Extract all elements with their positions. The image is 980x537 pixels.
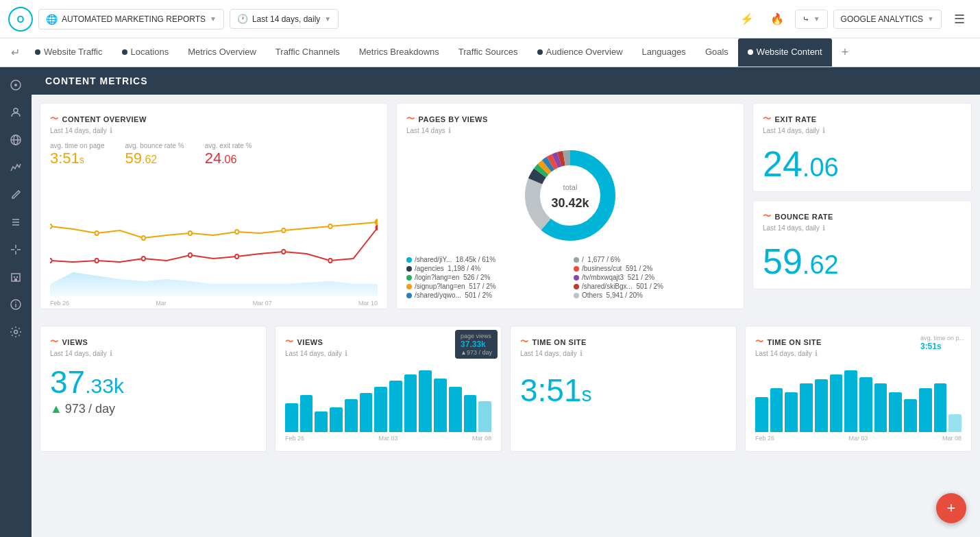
legend-item: /login?lang=en 526 / 2% [406,274,567,281]
ga-selector[interactable]: GOOGLE ANALYTICS ▼ [833,10,942,29]
fire-button[interactable]: 🔥 [765,7,789,32]
tab-metrics-overview[interactable]: Metrics Overview [178,38,266,67]
trend-icon: 〜 [285,336,294,348]
bar-item [770,388,783,432]
bar-item [285,403,298,432]
tab-label: Languages [642,47,686,57]
bar-item [330,407,343,432]
right-column: 〜 EXIT RATE Last 14 days, daily ℹ 24.06 … [752,103,972,309]
legend-dot [574,275,579,281]
svg-point-21 [235,230,238,234]
trend-icon: 〜 [763,113,772,125]
sidebar-icon-info[interactable] [3,292,28,317]
tab-audience-overview[interactable]: Audience Overview [528,38,633,67]
time-left-subtitle: Last 14 days, daily ℹ [520,349,726,358]
chevron-down-icon: ▼ [324,15,331,23]
content-overview-subtitle: Last 14 days, daily ℹ [50,126,378,135]
fab-button[interactable]: + [936,493,966,523]
bounce-rate-subtitle: Last 14 days, daily ℹ [763,224,961,232]
add-tab-button[interactable]: + [835,45,856,60]
svg-point-25 [50,259,52,263]
tooltip-label: page views [461,333,492,339]
bar-item [859,377,872,432]
menu-button[interactable]: ☰ [947,7,972,32]
topbar-actions: ⚡ 🔥 ⤷ ▼ GOOGLE ANALYTICS ▼ ☰ [735,7,972,32]
tab-label: Website Traffic [44,47,103,57]
legend-dot [574,284,579,289]
bar-item [934,383,947,432]
content-overview-chart: Feb 26 Mar Mar 07 Mar 10 [50,173,378,296]
svg-point-28 [188,253,192,257]
sidebar-icon-building[interactable] [3,265,28,289]
tab-label: Traffic Channels [275,47,340,57]
chart-dates: Feb 26 Mar Mar 07 Mar 10 [50,300,378,307]
svg-point-17 [50,224,52,228]
avg-time-value: 3:51s [50,150,105,167]
sidebar-icon-globe[interactable] [3,128,28,152]
tab-languages[interactable]: Languages [633,38,696,67]
legend-item: / 1,677 / 6% [574,256,734,263]
trend-icon: 〜 [520,336,529,348]
tab-goals[interactable]: Goals [696,38,738,67]
lightning-button[interactable]: ⚡ [735,7,759,32]
sidebar-icon-dashboard[interactable] [3,73,28,97]
tab-label: Metrics Breakdowns [359,47,439,57]
svg-point-31 [328,259,332,263]
bar-item [315,411,328,432]
tab-dot [35,49,40,55]
tab-traffic-sources[interactable]: Traffic Sources [449,38,528,67]
tab-website-traffic[interactable]: Website Traffic [25,38,112,67]
legend-dot [406,275,412,281]
legend-dot [574,293,579,298]
tab-traffic-channels[interactable]: Traffic Channels [266,38,350,67]
views-chart-dates: Feb 26 Mar 03 Mar 08 [285,435,491,442]
avg-time-label: avg. time on page [50,142,105,150]
content-overview-title: 〜 CONTENT OVERVIEW [50,113,378,125]
bar-item [449,387,462,432]
report-selector[interactable]: 🌐 AUTOMATED MARKETING REPORTS ▼ [38,9,224,29]
date-range-label: Last 14 days, daily [252,14,320,24]
tab-label: Goals [705,47,728,57]
sidebar-icon-list[interactable] [3,210,28,235]
time-left-value: 3:51s [520,372,726,409]
views-right-card: 〜 VIEWS Last 14 days, daily ℹ page views… [275,326,502,452]
bar-item [904,399,917,432]
time-bar-chart [755,363,961,432]
tab-metrics-breakdowns[interactable]: Metrics Breakdowns [350,38,449,67]
sidebar-icon-users[interactable] [3,100,28,125]
svg-point-19 [142,236,145,240]
time-right-avg-label: avg. time on p... 3:51s [920,335,964,351]
sidebar-icon-pen[interactable] [3,182,28,207]
back-nav[interactable]: ↵ [5,46,25,59]
exit-rate-card: 〜 EXIT RATE Last 14 days, daily ℹ 24.06 [752,103,972,192]
legend-dot [406,293,412,298]
tab-locations[interactable]: Locations [112,38,179,67]
views-bar-chart [285,363,491,432]
svg-point-23 [328,224,332,228]
bar-item [464,395,477,432]
nav-tabs: ↵ Website Traffic Locations Metrics Over… [0,38,980,67]
info-icon: ℹ [448,126,451,135]
trend-icon: 〜 [50,336,59,348]
tab-label: Metrics Overview [188,47,256,57]
pages-by-views-title: 〜 PAGES BY VIEWS [406,113,734,125]
bar-item [874,383,887,432]
avg-exit-value: 24.06 [205,150,252,167]
trend-icon: 〜 [50,113,59,125]
ga-label: GOOGLE ANALYTICS [841,14,923,24]
bar-item [374,387,387,432]
sidebar-icon-tools[interactable] [3,237,28,262]
share-button[interactable]: ⤷ ▼ [795,10,828,29]
bar-item [919,388,932,432]
sidebar-icon-analytics[interactable] [3,155,28,180]
tab-label: Traffic Sources [458,47,518,57]
bar-item [345,399,358,432]
date-range-selector[interactable]: 🕐 Last 14 days, daily ▼ [230,9,339,29]
report-label: AUTOMATED MARKETING REPORTS [62,14,206,24]
views-total: 37.33k [50,363,256,401]
tab-website-content[interactable]: Website Content [738,38,832,67]
legend-item: /signup?lang=en 517 / 2% [406,283,567,290]
sidebar-icon-settings[interactable] [3,320,28,344]
svg-point-2 [14,108,18,112]
views-tooltip: page views 37.33k ▲973 / day [455,330,498,359]
